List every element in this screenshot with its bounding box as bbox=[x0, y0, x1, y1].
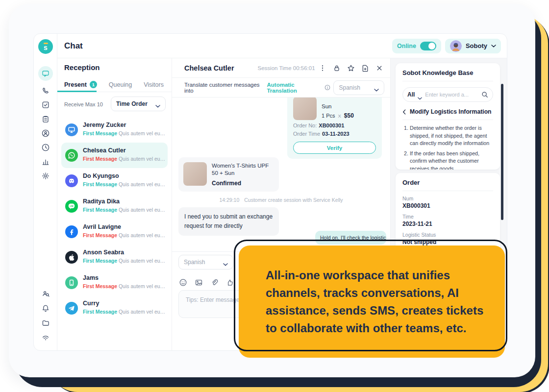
scrollbar-thumb[interactable] bbox=[501, 84, 503, 220]
system-text: Customer create session with Service Kel… bbox=[244, 197, 343, 203]
session-time: Session Time 00:56:01 bbox=[258, 65, 315, 71]
contact-row[interactable]: LINE Raditya Dika First Message Quis aut… bbox=[61, 194, 168, 219]
order-no-label: Order No: bbox=[293, 122, 317, 128]
star-icon[interactable] bbox=[347, 64, 355, 72]
line-channel-icon: LINE bbox=[65, 200, 78, 213]
kb-filter-value[interactable]: All bbox=[407, 91, 415, 98]
contact-row[interactable]: Anson Seabra First Message Quis autem ve… bbox=[61, 245, 168, 270]
page-title: Chat bbox=[64, 41, 83, 51]
chevron-down-icon bbox=[418, 93, 422, 96]
thumbs-up-icon[interactable] bbox=[226, 278, 234, 287]
lock-icon[interactable] bbox=[333, 64, 341, 72]
system-time: 14:29:10 bbox=[219, 197, 239, 203]
contact-row[interactable]: Avril Lavigne First Message Quis autem v… bbox=[61, 219, 168, 245]
product-quantity: 1 PcsX$50 bbox=[322, 112, 354, 119]
first-message-label: First Message bbox=[83, 232, 117, 238]
sidebar-item-files-icon[interactable] bbox=[41, 318, 50, 327]
sidebar-item-phone-icon[interactable] bbox=[41, 86, 50, 95]
product-message-title: Women's T-Shirts UPF 50 + Sun bbox=[212, 162, 274, 177]
mobile-channel-icon bbox=[65, 276, 78, 289]
verify-button[interactable]: Verify bbox=[293, 142, 376, 154]
contact-preview: First Message Quis autem vel eum iu... bbox=[83, 156, 166, 162]
online-toggle[interactable] bbox=[420, 42, 436, 50]
apple-channel-icon bbox=[65, 251, 78, 264]
web-channel-icon bbox=[65, 123, 78, 136]
contact-row[interactable]: Jams First Message Quis autem vel eum iu… bbox=[61, 270, 168, 295]
first-message-label: First Message bbox=[83, 207, 117, 213]
translate-language-select[interactable]: Spanish bbox=[333, 80, 384, 95]
sidebar-item-clipboard-icon[interactable] bbox=[41, 115, 50, 123]
sidebar-item-analytics-icon[interactable] bbox=[41, 157, 50, 166]
contact-preview: First Message Quis autem vel eum iu... bbox=[83, 207, 166, 213]
contact-row[interactable]: Chelsea Cutler First Message Quis autem … bbox=[61, 143, 168, 168]
translate-label: Translate customer messages into bbox=[184, 82, 264, 94]
contact-row[interactable]: Jeremy Zucker First Message Quis autem v… bbox=[61, 117, 168, 143]
translate-mode-link[interactable]: Automatic Translation bbox=[267, 82, 322, 94]
receive-max-label: Receive Max 10 bbox=[64, 101, 103, 107]
chevron-down-icon bbox=[374, 86, 379, 89]
kb-search-input[interactable] bbox=[425, 92, 478, 98]
order-field-label: Time bbox=[402, 214, 493, 220]
whatsapp-channel-icon bbox=[65, 149, 78, 162]
product-image bbox=[183, 162, 207, 186]
chevron-down-icon bbox=[155, 102, 160, 105]
contact-name: Avril Lavigne bbox=[83, 223, 121, 230]
order-time-label: Order Time bbox=[293, 131, 320, 137]
toggle-knob bbox=[428, 43, 435, 49]
tab-queuing[interactable]: Queuing bbox=[109, 81, 132, 88]
file-add-icon[interactable] bbox=[361, 64, 369, 72]
sidebar-item-tasks-icon[interactable] bbox=[41, 100, 50, 109]
system-message: 14:29:10Customer create session with Ser… bbox=[172, 197, 390, 203]
contact-preview: First Message Quis autem vel eum iu... bbox=[83, 130, 166, 136]
first-message-label: First Message bbox=[83, 258, 117, 264]
sidebar-item-settings-icon[interactable] bbox=[41, 172, 50, 180]
sidebar-item-user-search-icon[interactable] bbox=[41, 289, 50, 298]
contact-name: Do Kyungso bbox=[83, 172, 119, 179]
message-list: Sun 1 PcsX$50 Order No:XB000301 Order Ti… bbox=[172, 98, 390, 251]
contact-preview: First Message Quis autem vel eum iu... bbox=[83, 258, 166, 264]
order-field-value: 2023-11-21 bbox=[402, 220, 493, 227]
composer-language-select[interactable]: Spanish bbox=[178, 255, 233, 270]
close-icon[interactable] bbox=[375, 64, 383, 72]
order-field-label: Num bbox=[402, 196, 493, 201]
sidebar-item-agent-icon[interactable] bbox=[41, 129, 50, 138]
callout-line: to collaborate with other teams, etc. bbox=[266, 319, 483, 337]
nav-rail: s bbox=[34, 34, 57, 350]
contact-preview: First Message Quis autem vel eum iu... bbox=[83, 283, 166, 289]
info-icon[interactable] bbox=[324, 84, 330, 91]
contact-name: Anson Seabra bbox=[83, 249, 124, 256]
user-avatar bbox=[450, 40, 462, 52]
back-chevron-icon[interactable] bbox=[402, 109, 406, 115]
first-message-label: First Message bbox=[83, 309, 117, 315]
contact-row[interactable]: Curry First Message Quis autem vel eum i… bbox=[61, 295, 168, 321]
online-label: Online bbox=[397, 43, 416, 49]
kb-article-header: Modify Logistics Information bbox=[402, 108, 493, 120]
logo-letter: s bbox=[44, 45, 48, 50]
sidebar-item-network-icon[interactable] bbox=[41, 333, 50, 342]
callout-line: All-in-one workspace that unifies bbox=[266, 267, 483, 284]
sidebar-item-notifications-icon[interactable] bbox=[41, 304, 50, 313]
callout-line: assistance, sends SMS, creates tickets bbox=[266, 302, 483, 319]
attachment-icon[interactable] bbox=[210, 278, 219, 287]
sidebar-item-history-icon[interactable] bbox=[41, 143, 50, 152]
price-value: $50 bbox=[344, 112, 354, 119]
telegram-channel-icon bbox=[65, 302, 78, 315]
agent-message-bubble: Hold on, I'll check the logistics bbox=[315, 231, 386, 245]
sidebar-item-chat-icon[interactable] bbox=[38, 66, 53, 81]
contact-row[interactable]: Do Kyungso First Message Quis autem vel … bbox=[61, 168, 168, 194]
more-options-icon[interactable] bbox=[319, 64, 326, 72]
translate-language-value: Spanish bbox=[339, 84, 360, 91]
order-verify-card: Sun 1 PcsX$50 Order No:XB000301 Order Ti… bbox=[287, 98, 382, 159]
order-title: Order bbox=[402, 179, 493, 191]
image-icon[interactable] bbox=[195, 278, 203, 287]
contact-name: Raditya Dika bbox=[83, 198, 120, 205]
user-menu[interactable]: Soboty bbox=[445, 39, 501, 53]
active-tab-underline bbox=[57, 91, 97, 92]
first-message-label: First Message bbox=[83, 181, 117, 187]
sort-order-select[interactable]: Time Order bbox=[111, 97, 166, 111]
order-time-value: 03-11-2023 bbox=[322, 131, 349, 137]
search-icon[interactable] bbox=[481, 91, 488, 98]
tab-visitors[interactable]: Visitors bbox=[144, 81, 164, 88]
emoji-icon[interactable] bbox=[179, 278, 187, 287]
tab-present[interactable]: Present1 bbox=[64, 81, 97, 88]
